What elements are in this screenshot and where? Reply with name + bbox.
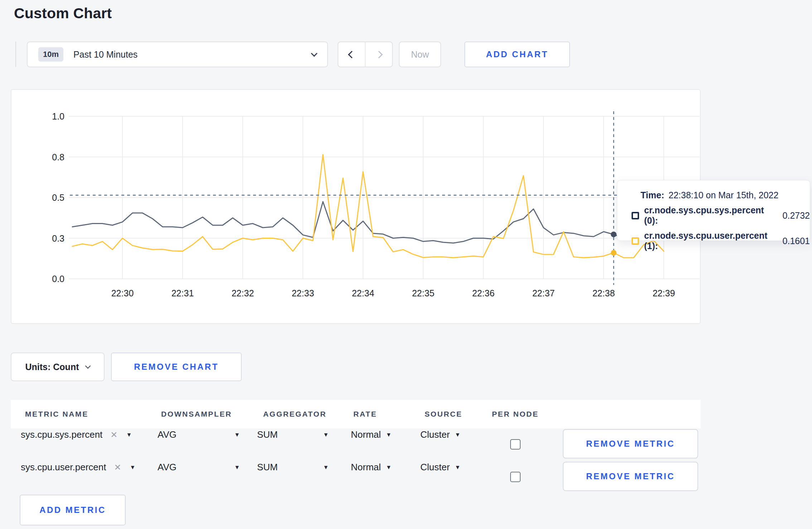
downsampler-select[interactable]: AVG ▼ bbox=[158, 462, 240, 473]
x-axis-tick-label: 22:39 bbox=[653, 288, 675, 298]
x-axis-tick-label: 22:30 bbox=[111, 288, 134, 298]
clear-metric-icon[interactable]: ✕ bbox=[114, 462, 121, 472]
chevron-down-icon bbox=[311, 50, 317, 57]
chart-tooltip: Time: 22:38:10 on Mar 15th, 2022 cr.node… bbox=[617, 180, 810, 241]
downsampler-select[interactable]: AVG ▼ bbox=[158, 429, 240, 440]
rate-value: Normal bbox=[351, 429, 381, 440]
metric-name-value: sys.cpu.sys.percent bbox=[21, 429, 102, 440]
source-select[interactable]: Cluster ▼ bbox=[420, 429, 460, 440]
chevron-left-icon bbox=[348, 50, 355, 58]
downsampler-value: AVG bbox=[158, 462, 177, 473]
dropdown-caret-icon: ▼ bbox=[386, 464, 392, 471]
y-axis-tick-label: 0.3 bbox=[52, 233, 64, 243]
time-range-dropdown[interactable]: 10m Past 10 Minutes bbox=[27, 42, 328, 67]
remove-chart-button[interactable]: REMOVE CHART bbox=[111, 353, 242, 381]
tooltip-series-user-value: 0.1601 bbox=[783, 236, 810, 246]
col-header-aggregator: AGGREGATOR bbox=[263, 410, 327, 418]
page-title: Custom Chart bbox=[14, 5, 112, 22]
metric-name-select[interactable]: sys.cpu.sys.percent ✕ ▼ bbox=[21, 429, 132, 440]
metric-name-value: sys.cpu.user.percent bbox=[21, 462, 106, 473]
y-axis-tick-label: 0.5 bbox=[52, 193, 64, 203]
dropdown-caret-icon: ▼ bbox=[386, 432, 392, 438]
next-time-button[interactable] bbox=[365, 42, 392, 67]
dropdown-caret-icon: ▼ bbox=[126, 432, 132, 438]
time-range-badge: 10m bbox=[38, 47, 63, 62]
source-select[interactable]: Cluster ▼ bbox=[420, 462, 460, 473]
clear-metric-icon[interactable]: ✕ bbox=[110, 430, 117, 440]
series-line-0 bbox=[72, 202, 664, 243]
metrics-table-header: METRIC NAME DOWNSAMPLER AGGREGATOR RATE … bbox=[11, 400, 701, 428]
chevron-down-icon bbox=[85, 363, 91, 369]
aggregator-select[interactable]: SUM ▼ bbox=[257, 462, 329, 473]
col-header-rate: RATE bbox=[353, 410, 377, 418]
tooltip-time-label: Time: bbox=[641, 190, 664, 200]
tooltip-series-sys-name: cr.node.sys.cpu.sys.percent (0): bbox=[644, 205, 778, 226]
tooltip-series-sys-value: 0.2732 bbox=[783, 210, 810, 221]
col-header-downsampler: DOWNSAMPLER bbox=[161, 410, 232, 418]
dropdown-caret-icon: ▼ bbox=[455, 432, 460, 438]
source-value: Cluster bbox=[420, 462, 450, 473]
col-header-metric-name: METRIC NAME bbox=[25, 410, 88, 418]
x-axis-tick-label: 22:33 bbox=[292, 288, 314, 298]
cursor-marker-1 bbox=[611, 250, 617, 256]
metric-row-user: sys.cpu.user.percent ✕ ▼ AVG ▼ SUM ▼ Nor… bbox=[11, 462, 701, 494]
dropdown-caret-icon: ▼ bbox=[323, 432, 329, 438]
col-header-per-node: PER NODE bbox=[492, 410, 539, 418]
add-metric-button[interactable]: ADD METRIC bbox=[20, 495, 126, 525]
prev-time-button[interactable] bbox=[338, 42, 365, 67]
aggregator-value: SUM bbox=[257, 429, 278, 440]
tooltip-series-user-name: cr.node.sys.cpu.user.percent (1): bbox=[644, 230, 778, 251]
time-range-label: Past 10 Minutes bbox=[73, 49, 137, 60]
rate-select[interactable]: Normal ▼ bbox=[351, 429, 392, 440]
time-pager bbox=[338, 42, 393, 67]
x-axis-tick-label: 22:34 bbox=[352, 288, 374, 298]
dropdown-caret-icon: ▼ bbox=[130, 464, 136, 471]
remove-metric-button[interactable]: REMOVE METRIC bbox=[563, 462, 698, 491]
x-axis-tick-label: 22:35 bbox=[412, 288, 435, 298]
series-sys-legend-swatch bbox=[632, 212, 639, 219]
y-axis-tick-label: 0.8 bbox=[52, 152, 64, 162]
chart-card: 1.00.80.50.30.022:3022:3122:3222:3322:34… bbox=[11, 89, 701, 324]
units-dropdown[interactable]: Units: Count bbox=[11, 353, 105, 381]
col-header-source: SOURCE bbox=[425, 410, 462, 418]
x-axis-tick-label: 22:31 bbox=[171, 288, 194, 298]
dropdown-caret-icon: ▼ bbox=[455, 464, 460, 471]
x-axis-tick-label: 22:36 bbox=[472, 288, 495, 298]
source-value: Cluster bbox=[420, 429, 450, 440]
tooltip-time-value: 22:38:10 on Mar 15th, 2022 bbox=[668, 190, 778, 200]
rate-value: Normal bbox=[351, 462, 381, 473]
toolbar-divider bbox=[15, 42, 16, 67]
rate-select[interactable]: Normal ▼ bbox=[351, 462, 392, 473]
cursor-marker-0 bbox=[611, 232, 617, 237]
per-node-checkbox[interactable] bbox=[510, 472, 521, 482]
per-node-checkbox[interactable] bbox=[510, 439, 521, 450]
downsampler-value: AVG bbox=[158, 429, 177, 440]
units-label: Units: Count bbox=[25, 362, 79, 372]
add-chart-button[interactable]: ADD CHART bbox=[464, 42, 570, 67]
chevron-right-icon bbox=[375, 50, 382, 58]
y-axis-tick-label: 0.0 bbox=[52, 274, 64, 284]
x-axis-tick-label: 22:38 bbox=[593, 288, 615, 298]
series-line-1 bbox=[72, 155, 664, 258]
dropdown-caret-icon: ▼ bbox=[234, 432, 240, 438]
aggregator-select[interactable]: SUM ▼ bbox=[257, 429, 329, 440]
dropdown-caret-icon: ▼ bbox=[323, 464, 329, 471]
timeseries-chart[interactable]: 1.00.80.50.30.022:3022:3122:3222:3322:34… bbox=[11, 90, 700, 323]
aggregator-value: SUM bbox=[257, 462, 278, 473]
x-axis-tick-label: 22:32 bbox=[232, 288, 254, 298]
dropdown-caret-icon: ▼ bbox=[234, 464, 240, 471]
metric-row-sys: sys.cpu.sys.percent ✕ ▼ AVG ▼ SUM ▼ Norm… bbox=[11, 429, 701, 461]
metric-name-select[interactable]: sys.cpu.user.percent ✕ ▼ bbox=[21, 462, 135, 473]
remove-metric-button[interactable]: REMOVE METRIC bbox=[563, 429, 698, 458]
x-axis-tick-label: 22:37 bbox=[532, 288, 555, 298]
now-button[interactable]: Now bbox=[399, 42, 441, 67]
y-axis-tick-label: 1.0 bbox=[52, 111, 64, 121]
series-user-legend-swatch bbox=[632, 237, 639, 245]
